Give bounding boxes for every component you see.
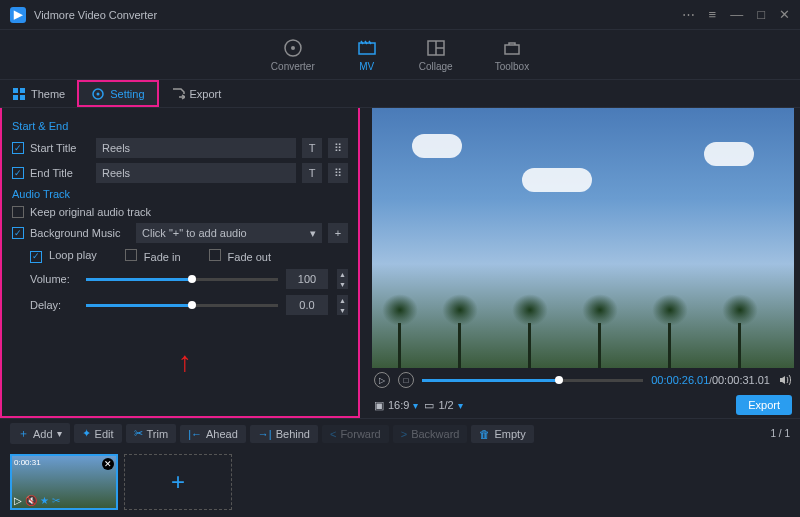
delay-up-icon[interactable]: ▲: [337, 295, 348, 305]
delay-label: Delay:: [30, 299, 78, 311]
start-title-label: Start Title: [30, 142, 90, 154]
wand-icon: ✦: [82, 427, 91, 440]
crop-icon: ▣: [374, 399, 384, 412]
scissors-icon: ✂: [134, 427, 143, 440]
zoom-icon: ▭: [424, 399, 434, 412]
audio-heading: Audio Track: [12, 188, 348, 200]
volume-icon[interactable]: [778, 373, 792, 387]
add-button[interactable]: ＋Add ▾: [10, 423, 70, 444]
preview-panel: ▷ □ 00:00:26.01/00:00:31.01 ▣ 16:9 ▾ ▭ 1…: [360, 108, 800, 418]
svg-rect-8: [20, 88, 25, 93]
export-icon: [171, 87, 185, 101]
gear-icon: [91, 87, 105, 101]
edit-button[interactable]: ✦Edit: [74, 424, 122, 443]
volume-slider[interactable]: [86, 278, 278, 281]
start-end-heading: Start & End: [12, 120, 348, 132]
backward-icon: >: [401, 428, 407, 440]
stop-button[interactable]: □: [398, 372, 414, 388]
svg-rect-7: [13, 88, 18, 93]
clip-duration: 0:00:31: [14, 458, 41, 467]
clip-thumbnail[interactable]: 0:00:31 ✕ ▷ 🔇 ★ ✂: [10, 454, 118, 510]
add-audio-button[interactable]: +: [328, 223, 348, 243]
backward-button[interactable]: >Backward: [393, 425, 468, 443]
page-indicator: 1 / 1: [771, 428, 790, 439]
tab-setting[interactable]: Setting: [77, 80, 158, 107]
trash-icon: 🗑: [479, 428, 490, 440]
clip-timeline: 0:00:31 ✕ ▷ 🔇 ★ ✂ +: [0, 448, 800, 516]
empty-button[interactable]: 🗑Empty: [471, 425, 533, 443]
mv-subnav: Theme Setting Export: [0, 80, 800, 108]
nav-collage[interactable]: Collage: [419, 38, 453, 72]
video-preview[interactable]: [372, 108, 794, 368]
fadein-checkbox[interactable]: [125, 249, 137, 261]
start-title-text-icon[interactable]: T: [302, 138, 322, 158]
zoom-dropdown[interactable]: ▭ 1/2 ▾: [424, 399, 462, 412]
play-button[interactable]: ▷: [374, 372, 390, 388]
svg-rect-9: [13, 95, 18, 100]
bg-music-checkbox[interactable]: [12, 227, 24, 239]
clip-scissors-icon[interactable]: ✂: [52, 495, 60, 506]
clip-toolbar: ＋Add ▾ ✦Edit ✂Trim |←Ahead →|Behind <For…: [0, 418, 800, 448]
volume-label: Volume:: [30, 273, 78, 285]
volume-down-icon[interactable]: ▼: [337, 279, 348, 289]
delay-down-icon[interactable]: ▼: [337, 305, 348, 315]
export-button[interactable]: Export: [736, 395, 792, 415]
forward-button[interactable]: <Forward: [322, 425, 389, 443]
clip-star-icon[interactable]: ★: [40, 495, 49, 506]
annotation-arrow: ↑: [178, 346, 192, 378]
menu-icon[interactable]: ≡: [709, 7, 717, 22]
end-title-label: End Title: [30, 167, 90, 179]
ahead-icon: |←: [188, 428, 202, 440]
loop-checkbox[interactable]: [30, 251, 42, 263]
behind-button[interactable]: →|Behind: [250, 425, 318, 443]
minimize-icon[interactable]: —: [730, 7, 743, 22]
ahead-button[interactable]: |←Ahead: [180, 425, 246, 443]
toolbox-icon: [502, 38, 522, 58]
bg-music-label: Background Music: [30, 227, 130, 239]
converter-icon: [283, 38, 303, 58]
delay-slider[interactable]: [86, 304, 278, 307]
volume-value[interactable]: 100: [286, 269, 328, 289]
end-title-text-icon[interactable]: T: [302, 163, 322, 183]
add-clip-button[interactable]: +: [124, 454, 232, 510]
volume-up-icon[interactable]: ▲: [337, 269, 348, 279]
svg-point-1: [291, 46, 295, 50]
fadeout-checkbox[interactable]: [209, 249, 221, 261]
remove-clip-icon[interactable]: ✕: [102, 458, 114, 470]
end-title-effect-icon[interactable]: ⠿: [328, 163, 348, 183]
end-title-input[interactable]: [96, 163, 296, 183]
chevron-down-icon: ▾: [310, 227, 316, 240]
aspect-ratio-dropdown[interactable]: ▣ 16:9 ▾: [374, 399, 418, 412]
progress-bar[interactable]: [422, 379, 643, 382]
app-logo: ▶: [10, 7, 26, 23]
time-display: 00:00:26.01/00:00:31.01: [651, 374, 770, 386]
maximize-icon[interactable]: □: [757, 7, 765, 22]
nav-toolbox[interactable]: Toolbox: [495, 38, 529, 72]
grid-icon: [12, 87, 26, 101]
tab-theme[interactable]: Theme: [0, 80, 77, 107]
start-title-checkbox[interactable]: [12, 142, 24, 154]
delay-value[interactable]: 0.0: [286, 295, 328, 315]
keep-original-label: Keep original audio track: [30, 206, 151, 218]
tab-export[interactable]: Export: [159, 80, 234, 107]
plus-icon: ＋: [18, 426, 29, 441]
trim-button[interactable]: ✂Trim: [126, 424, 177, 443]
start-title-input[interactable]: [96, 138, 296, 158]
nav-mv[interactable]: MV: [357, 38, 377, 72]
feedback-icon[interactable]: ⋯: [682, 7, 695, 22]
end-title-checkbox[interactable]: [12, 167, 24, 179]
bg-music-dropdown[interactable]: Click "+" to add audio ▾: [136, 223, 322, 243]
collage-icon: [426, 38, 446, 58]
nav-converter[interactable]: Converter: [271, 38, 315, 72]
svg-point-12: [97, 92, 100, 95]
app-title: Vidmore Video Converter: [34, 9, 682, 21]
svg-rect-6: [505, 45, 519, 54]
clip-play-icon[interactable]: ▷: [14, 495, 22, 506]
main-nav: Converter MV Collage Toolbox: [0, 30, 800, 80]
keep-original-checkbox[interactable]: [12, 206, 24, 218]
svg-rect-2: [359, 43, 375, 54]
svg-rect-10: [20, 95, 25, 100]
clip-mute-icon[interactable]: 🔇: [25, 495, 37, 506]
close-icon[interactable]: ✕: [779, 7, 790, 22]
start-title-effect-icon[interactable]: ⠿: [328, 138, 348, 158]
